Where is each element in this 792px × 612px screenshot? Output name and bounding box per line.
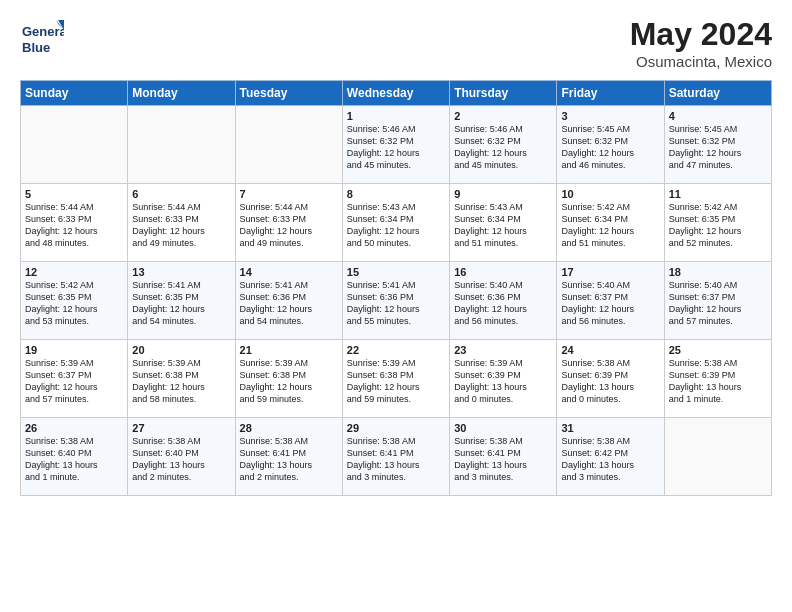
- day-info: Sunrise: 5:41 AM Sunset: 6:35 PM Dayligh…: [132, 279, 230, 328]
- day-info: Sunrise: 5:40 AM Sunset: 6:37 PM Dayligh…: [561, 279, 659, 328]
- day-info: Sunrise: 5:38 AM Sunset: 6:40 PM Dayligh…: [132, 435, 230, 484]
- week-row-3: 19Sunrise: 5:39 AM Sunset: 6:37 PM Dayli…: [21, 340, 772, 418]
- day-info: Sunrise: 5:39 AM Sunset: 6:37 PM Dayligh…: [25, 357, 123, 406]
- day-info: Sunrise: 5:39 AM Sunset: 6:38 PM Dayligh…: [132, 357, 230, 406]
- day-cell: [21, 106, 128, 184]
- day-number: 28: [240, 422, 338, 434]
- day-cell: 14Sunrise: 5:41 AM Sunset: 6:36 PM Dayli…: [235, 262, 342, 340]
- day-cell: 13Sunrise: 5:41 AM Sunset: 6:35 PM Dayli…: [128, 262, 235, 340]
- day-cell: 24Sunrise: 5:38 AM Sunset: 6:39 PM Dayli…: [557, 340, 664, 418]
- weekday-saturday: Saturday: [664, 81, 771, 106]
- day-info: Sunrise: 5:38 AM Sunset: 6:39 PM Dayligh…: [669, 357, 767, 406]
- week-row-0: 1Sunrise: 5:46 AM Sunset: 6:32 PM Daylig…: [21, 106, 772, 184]
- day-cell: 7Sunrise: 5:44 AM Sunset: 6:33 PM Daylig…: [235, 184, 342, 262]
- day-cell: 22Sunrise: 5:39 AM Sunset: 6:38 PM Dayli…: [342, 340, 449, 418]
- day-number: 14: [240, 266, 338, 278]
- day-number: 29: [347, 422, 445, 434]
- day-cell: 6Sunrise: 5:44 AM Sunset: 6:33 PM Daylig…: [128, 184, 235, 262]
- day-info: Sunrise: 5:38 AM Sunset: 6:39 PM Dayligh…: [561, 357, 659, 406]
- day-number: 26: [25, 422, 123, 434]
- day-number: 6: [132, 188, 230, 200]
- day-number: 1: [347, 110, 445, 122]
- header: General Blue May 2024 Osumacinta, Mexico: [20, 16, 772, 70]
- day-info: Sunrise: 5:41 AM Sunset: 6:36 PM Dayligh…: [240, 279, 338, 328]
- day-cell: 20Sunrise: 5:39 AM Sunset: 6:38 PM Dayli…: [128, 340, 235, 418]
- title-block: May 2024 Osumacinta, Mexico: [630, 16, 772, 70]
- month-title: May 2024: [630, 16, 772, 53]
- day-number: 27: [132, 422, 230, 434]
- day-info: Sunrise: 5:42 AM Sunset: 6:35 PM Dayligh…: [25, 279, 123, 328]
- day-info: Sunrise: 5:38 AM Sunset: 6:41 PM Dayligh…: [454, 435, 552, 484]
- day-cell: 21Sunrise: 5:39 AM Sunset: 6:38 PM Dayli…: [235, 340, 342, 418]
- weekday-tuesday: Tuesday: [235, 81, 342, 106]
- day-info: Sunrise: 5:45 AM Sunset: 6:32 PM Dayligh…: [561, 123, 659, 172]
- weekday-sunday: Sunday: [21, 81, 128, 106]
- day-number: 19: [25, 344, 123, 356]
- day-number: 20: [132, 344, 230, 356]
- day-number: 5: [25, 188, 123, 200]
- day-cell: 27Sunrise: 5:38 AM Sunset: 6:40 PM Dayli…: [128, 418, 235, 496]
- day-cell: 15Sunrise: 5:41 AM Sunset: 6:36 PM Dayli…: [342, 262, 449, 340]
- day-number: 31: [561, 422, 659, 434]
- day-info: Sunrise: 5:42 AM Sunset: 6:34 PM Dayligh…: [561, 201, 659, 250]
- calendar-body: 1Sunrise: 5:46 AM Sunset: 6:32 PM Daylig…: [21, 106, 772, 496]
- day-cell: [664, 418, 771, 496]
- day-info: Sunrise: 5:38 AM Sunset: 6:41 PM Dayligh…: [347, 435, 445, 484]
- day-cell: 8Sunrise: 5:43 AM Sunset: 6:34 PM Daylig…: [342, 184, 449, 262]
- svg-text:Blue: Blue: [22, 40, 50, 55]
- day-cell: 29Sunrise: 5:38 AM Sunset: 6:41 PM Dayli…: [342, 418, 449, 496]
- day-info: Sunrise: 5:46 AM Sunset: 6:32 PM Dayligh…: [347, 123, 445, 172]
- week-row-1: 5Sunrise: 5:44 AM Sunset: 6:33 PM Daylig…: [21, 184, 772, 262]
- day-cell: 4Sunrise: 5:45 AM Sunset: 6:32 PM Daylig…: [664, 106, 771, 184]
- day-number: 4: [669, 110, 767, 122]
- logo-svg: General Blue: [20, 16, 64, 60]
- day-info: Sunrise: 5:44 AM Sunset: 6:33 PM Dayligh…: [240, 201, 338, 250]
- day-info: Sunrise: 5:40 AM Sunset: 6:37 PM Dayligh…: [669, 279, 767, 328]
- day-number: 17: [561, 266, 659, 278]
- day-cell: [235, 106, 342, 184]
- day-number: 8: [347, 188, 445, 200]
- day-number: 18: [669, 266, 767, 278]
- day-cell: 1Sunrise: 5:46 AM Sunset: 6:32 PM Daylig…: [342, 106, 449, 184]
- day-cell: 2Sunrise: 5:46 AM Sunset: 6:32 PM Daylig…: [450, 106, 557, 184]
- day-number: 30: [454, 422, 552, 434]
- day-number: 16: [454, 266, 552, 278]
- day-number: 24: [561, 344, 659, 356]
- day-info: Sunrise: 5:43 AM Sunset: 6:34 PM Dayligh…: [454, 201, 552, 250]
- day-cell: 23Sunrise: 5:39 AM Sunset: 6:39 PM Dayli…: [450, 340, 557, 418]
- day-cell: 30Sunrise: 5:38 AM Sunset: 6:41 PM Dayli…: [450, 418, 557, 496]
- day-cell: 10Sunrise: 5:42 AM Sunset: 6:34 PM Dayli…: [557, 184, 664, 262]
- day-info: Sunrise: 5:44 AM Sunset: 6:33 PM Dayligh…: [25, 201, 123, 250]
- day-info: Sunrise: 5:43 AM Sunset: 6:34 PM Dayligh…: [347, 201, 445, 250]
- week-row-4: 26Sunrise: 5:38 AM Sunset: 6:40 PM Dayli…: [21, 418, 772, 496]
- day-info: Sunrise: 5:39 AM Sunset: 6:39 PM Dayligh…: [454, 357, 552, 406]
- day-info: Sunrise: 5:44 AM Sunset: 6:33 PM Dayligh…: [132, 201, 230, 250]
- day-cell: 25Sunrise: 5:38 AM Sunset: 6:39 PM Dayli…: [664, 340, 771, 418]
- day-number: 15: [347, 266, 445, 278]
- day-number: 10: [561, 188, 659, 200]
- calendar: SundayMondayTuesdayWednesdayThursdayFrid…: [20, 80, 772, 496]
- day-cell: 3Sunrise: 5:45 AM Sunset: 6:32 PM Daylig…: [557, 106, 664, 184]
- day-info: Sunrise: 5:39 AM Sunset: 6:38 PM Dayligh…: [240, 357, 338, 406]
- day-cell: 12Sunrise: 5:42 AM Sunset: 6:35 PM Dayli…: [21, 262, 128, 340]
- weekday-wednesday: Wednesday: [342, 81, 449, 106]
- day-number: 23: [454, 344, 552, 356]
- weekday-thursday: Thursday: [450, 81, 557, 106]
- day-cell: 18Sunrise: 5:40 AM Sunset: 6:37 PM Dayli…: [664, 262, 771, 340]
- weekday-friday: Friday: [557, 81, 664, 106]
- day-cell: 5Sunrise: 5:44 AM Sunset: 6:33 PM Daylig…: [21, 184, 128, 262]
- day-cell: 9Sunrise: 5:43 AM Sunset: 6:34 PM Daylig…: [450, 184, 557, 262]
- day-info: Sunrise: 5:39 AM Sunset: 6:38 PM Dayligh…: [347, 357, 445, 406]
- day-cell: 26Sunrise: 5:38 AM Sunset: 6:40 PM Dayli…: [21, 418, 128, 496]
- day-cell: 16Sunrise: 5:40 AM Sunset: 6:36 PM Dayli…: [450, 262, 557, 340]
- page: General Blue May 2024 Osumacinta, Mexico…: [0, 0, 792, 506]
- weekday-monday: Monday: [128, 81, 235, 106]
- day-number: 9: [454, 188, 552, 200]
- week-row-2: 12Sunrise: 5:42 AM Sunset: 6:35 PM Dayli…: [21, 262, 772, 340]
- day-number: 21: [240, 344, 338, 356]
- day-cell: 28Sunrise: 5:38 AM Sunset: 6:41 PM Dayli…: [235, 418, 342, 496]
- day-number: 2: [454, 110, 552, 122]
- logo: General Blue: [20, 16, 64, 60]
- day-cell: 17Sunrise: 5:40 AM Sunset: 6:37 PM Dayli…: [557, 262, 664, 340]
- day-cell: 11Sunrise: 5:42 AM Sunset: 6:35 PM Dayli…: [664, 184, 771, 262]
